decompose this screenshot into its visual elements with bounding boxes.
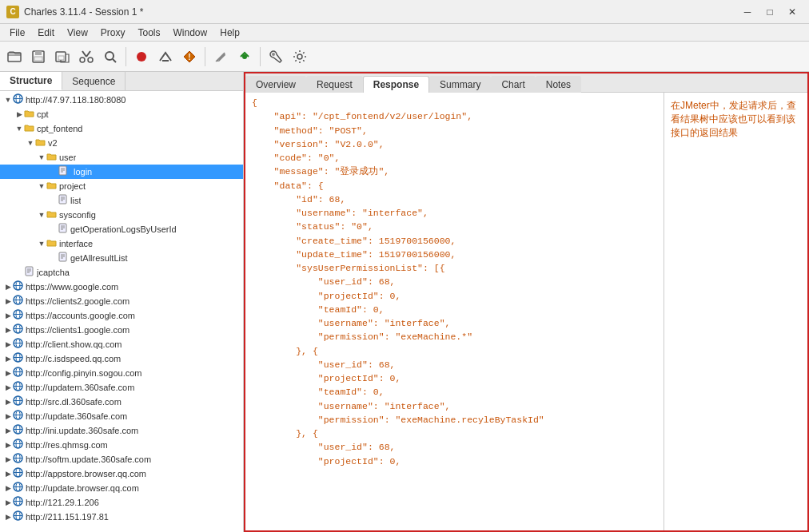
tree-item[interactable]: getOperationLogsByUserId [0, 222, 243, 236]
svg-point-13 [272, 53, 275, 56]
annotation-panel: 在JMeter中，发起请求后，查看结果树中应该也可以看到该接口的返回结果 [664, 93, 807, 530]
tree-item[interactable]: ▶http://res.qhmsg.com [0, 438, 243, 452]
tree-item[interactable]: ▶http://appstore.browser.qq.com [0, 466, 243, 481]
open-button[interactable] [3, 46, 26, 68]
tree-item[interactable]: ▶https://www.google.com [0, 280, 243, 294]
tree-item[interactable]: ▶http://c.isdspeed.qq.com [0, 351, 243, 366]
tree-item[interactable]: login [0, 165, 243, 179]
stop-button[interactable]: ! [178, 46, 201, 68]
window-controls: ─ □ ✕ [737, 4, 803, 20]
tree-item[interactable]: ▼user [0, 150, 243, 165]
tab-chart[interactable]: Chart [491, 76, 535, 93]
save-button[interactable] [27, 46, 50, 68]
right-tabs: Overview Request Response Summary Chart … [245, 73, 807, 93]
tree-item[interactable]: ▶cpt [0, 107, 243, 121]
menu-tools[interactable]: Tools [132, 24, 167, 41]
tree-item[interactable]: ▶http://softm.update.360safe.com [0, 452, 243, 466]
tools-button[interactable] [265, 46, 287, 68]
svg-rect-2 [35, 51, 42, 55]
left-panel: Structure Sequence ▼http://47.97.118.180… [0, 72, 244, 532]
minimize-button[interactable]: ─ [737, 4, 758, 20]
tree-item[interactable]: ▼sysconfig [0, 208, 243, 222]
tree-item[interactable]: ▶http://update.360safe.com [0, 409, 243, 423]
menu-file[interactable]: File [3, 24, 31, 41]
tab-request[interactable]: Request [306, 76, 363, 93]
panel-tabs: Structure Sequence [0, 72, 243, 91]
breakpoint-edit-button[interactable] [209, 46, 232, 68]
svg-rect-3 [34, 57, 42, 61]
tree-item[interactable]: ▶https://clients2.google.com [0, 294, 243, 308]
toolbar: ! [0, 42, 809, 72]
svg-point-8 [106, 52, 114, 60]
maximize-button[interactable]: □ [759, 4, 780, 20]
toolbar-separator-1 [126, 47, 126, 66]
svg-point-9 [137, 52, 146, 62]
tree-item[interactable]: list [0, 193, 243, 208]
tree-item[interactable]: jcaptcha [0, 265, 243, 280]
close-button[interactable]: ✕ [782, 4, 803, 20]
tree-item[interactable]: ▼interface [0, 236, 243, 251]
svg-rect-5 [58, 56, 64, 60]
tree-item[interactable]: ▶https://accounts.google.com [0, 308, 243, 323]
menu-edit[interactable]: Edit [31, 24, 61, 41]
json-content: { "api": "/cpt_fontend/v2/user/login", "… [245, 93, 664, 530]
tree-item[interactable]: ▶http://121.29.1.206 [0, 495, 243, 510]
svg-point-7 [88, 58, 93, 62]
tree-item[interactable]: ▶http://client.show.qq.com [0, 337, 243, 351]
titlebar: C Charles 3.11.4 - Session 1 * ─ □ ✕ [0, 0, 809, 24]
tree-item[interactable]: ▶http://update.browser.qq.com [0, 481, 243, 495]
menu-help[interactable]: Help [213, 24, 246, 41]
svg-text:!: ! [188, 53, 190, 62]
tree-item[interactable]: ▼http://47.97.118.180:8080 [0, 93, 243, 107]
svg-point-14 [297, 54, 302, 59]
saveas-button[interactable] [51, 46, 74, 68]
annotation-text: 在JMeter中，发起请求后，查看结果树中应该也可以看到该接口的返回结果 [671, 100, 796, 138]
tab-sequence[interactable]: Sequence [62, 72, 126, 90]
compose-button[interactable] [233, 46, 256, 68]
tree-item[interactable]: ▶http://config.pinyin.sogou.com [0, 366, 243, 380]
tree-item[interactable]: ▼cpt_fontend [0, 121, 243, 136]
menu-view[interactable]: View [61, 24, 94, 41]
tab-structure[interactable]: Structure [0, 72, 62, 90]
menu-window[interactable]: Window [167, 24, 214, 41]
svg-point-6 [80, 58, 85, 62]
tree-item[interactable]: ▶http://211.151.197.81 [0, 510, 243, 524]
settings-button[interactable] [289, 46, 311, 68]
tab-summary[interactable]: Summary [429, 76, 491, 93]
tree-item[interactable]: ▶http://updatem.360safe.com [0, 380, 243, 395]
tree-item[interactable]: ▶http://src.dl.360safe.com [0, 395, 243, 409]
tree-item[interactable]: ▶http://ini.update.360safe.com [0, 423, 243, 438]
right-panel: Overview Request Response Summary Chart … [244, 72, 809, 532]
app-icon: C [6, 6, 19, 18]
svg-point-12 [242, 54, 247, 59]
record-button[interactable] [130, 46, 153, 68]
menu-proxy[interactable]: Proxy [94, 24, 132, 41]
tab-notes[interactable]: Notes [536, 76, 581, 93]
svg-rect-0 [8, 53, 21, 62]
tree-item[interactable]: ▶https://clients1.google.com [0, 323, 243, 337]
menubar: File Edit View Proxy Tools Window Help [0, 24, 809, 42]
tree-container[interactable]: ▼http://47.97.118.180:8080▶cpt▼cpt_fonte… [0, 91, 243, 532]
tree-item[interactable]: getAllresultList [0, 251, 243, 265]
throttle-button[interactable] [154, 46, 177, 68]
cut-button[interactable] [75, 46, 98, 68]
toolbar-separator-2 [205, 47, 205, 66]
find-button[interactable] [99, 46, 122, 68]
tab-response[interactable]: Response [363, 76, 429, 93]
tab-overview[interactable]: Overview [245, 76, 306, 93]
main-area: Structure Sequence ▼http://47.97.118.180… [0, 72, 809, 532]
tree-item[interactable]: ▼v2 [0, 136, 243, 150]
tree-item[interactable]: ▼project [0, 179, 243, 193]
toolbar-separator-3 [260, 47, 261, 66]
window-title: Charles 3.11.4 - Session 1 * [24, 6, 737, 18]
